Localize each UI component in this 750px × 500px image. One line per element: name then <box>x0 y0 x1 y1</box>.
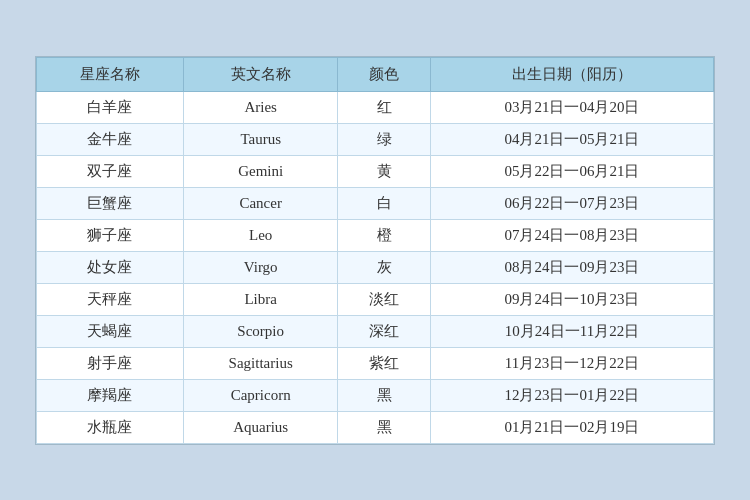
table-row: 双子座Gemini黄05月22日一06月21日 <box>37 155 714 187</box>
cell-dates: 06月22日一07月23日 <box>430 187 713 219</box>
table-body: 白羊座Aries红03月21日一04月20日金牛座Taurus绿04月21日一0… <box>37 91 714 443</box>
cell-english: Virgo <box>183 251 338 283</box>
cell-color: 橙 <box>338 219 431 251</box>
cell-dates: 09月24日一10月23日 <box>430 283 713 315</box>
cell-color: 黄 <box>338 155 431 187</box>
cell-color: 淡红 <box>338 283 431 315</box>
cell-dates: 11月23日一12月22日 <box>430 347 713 379</box>
cell-color: 黑 <box>338 379 431 411</box>
table-row: 巨蟹座Cancer白06月22日一07月23日 <box>37 187 714 219</box>
cell-chinese: 双子座 <box>37 155 184 187</box>
table-header-row: 星座名称 英文名称 颜色 出生日期（阳历） <box>37 57 714 91</box>
cell-color: 白 <box>338 187 431 219</box>
cell-dates: 05月22日一06月21日 <box>430 155 713 187</box>
cell-chinese: 天秤座 <box>37 283 184 315</box>
cell-english: Cancer <box>183 187 338 219</box>
cell-english: Sagittarius <box>183 347 338 379</box>
header-english-name: 英文名称 <box>183 57 338 91</box>
cell-dates: 01月21日一02月19日 <box>430 411 713 443</box>
cell-dates: 08月24日一09月23日 <box>430 251 713 283</box>
cell-dates: 03月21日一04月20日 <box>430 91 713 123</box>
cell-english: Taurus <box>183 123 338 155</box>
table-row: 白羊座Aries红03月21日一04月20日 <box>37 91 714 123</box>
table-row: 天蝎座Scorpio深红10月24日一11月22日 <box>37 315 714 347</box>
zodiac-table-container: 星座名称 英文名称 颜色 出生日期（阳历） 白羊座Aries红03月21日一04… <box>35 56 715 445</box>
table-row: 狮子座Leo橙07月24日一08月23日 <box>37 219 714 251</box>
cell-chinese: 白羊座 <box>37 91 184 123</box>
cell-chinese: 射手座 <box>37 347 184 379</box>
cell-dates: 12月23日一01月22日 <box>430 379 713 411</box>
zodiac-table: 星座名称 英文名称 颜色 出生日期（阳历） 白羊座Aries红03月21日一04… <box>36 57 714 444</box>
cell-color: 紫红 <box>338 347 431 379</box>
table-row: 射手座Sagittarius紫红11月23日一12月22日 <box>37 347 714 379</box>
cell-color: 黑 <box>338 411 431 443</box>
cell-dates: 04月21日一05月21日 <box>430 123 713 155</box>
cell-english: Libra <box>183 283 338 315</box>
table-row: 水瓶座Aquarius黑01月21日一02月19日 <box>37 411 714 443</box>
cell-chinese: 狮子座 <box>37 219 184 251</box>
cell-dates: 07月24日一08月23日 <box>430 219 713 251</box>
cell-color: 绿 <box>338 123 431 155</box>
cell-chinese: 巨蟹座 <box>37 187 184 219</box>
cell-english: Capricorn <box>183 379 338 411</box>
cell-english: Gemini <box>183 155 338 187</box>
cell-color: 红 <box>338 91 431 123</box>
cell-color: 深红 <box>338 315 431 347</box>
cell-chinese: 天蝎座 <box>37 315 184 347</box>
header-dates: 出生日期（阳历） <box>430 57 713 91</box>
cell-english: Aries <box>183 91 338 123</box>
table-row: 摩羯座Capricorn黑12月23日一01月22日 <box>37 379 714 411</box>
table-row: 金牛座Taurus绿04月21日一05月21日 <box>37 123 714 155</box>
cell-chinese: 摩羯座 <box>37 379 184 411</box>
cell-chinese: 水瓶座 <box>37 411 184 443</box>
cell-english: Leo <box>183 219 338 251</box>
cell-chinese: 金牛座 <box>37 123 184 155</box>
cell-english: Scorpio <box>183 315 338 347</box>
header-chinese-name: 星座名称 <box>37 57 184 91</box>
cell-english: Aquarius <box>183 411 338 443</box>
table-row: 天秤座Libra淡红09月24日一10月23日 <box>37 283 714 315</box>
cell-dates: 10月24日一11月22日 <box>430 315 713 347</box>
cell-color: 灰 <box>338 251 431 283</box>
table-row: 处女座Virgo灰08月24日一09月23日 <box>37 251 714 283</box>
header-color: 颜色 <box>338 57 431 91</box>
cell-chinese: 处女座 <box>37 251 184 283</box>
